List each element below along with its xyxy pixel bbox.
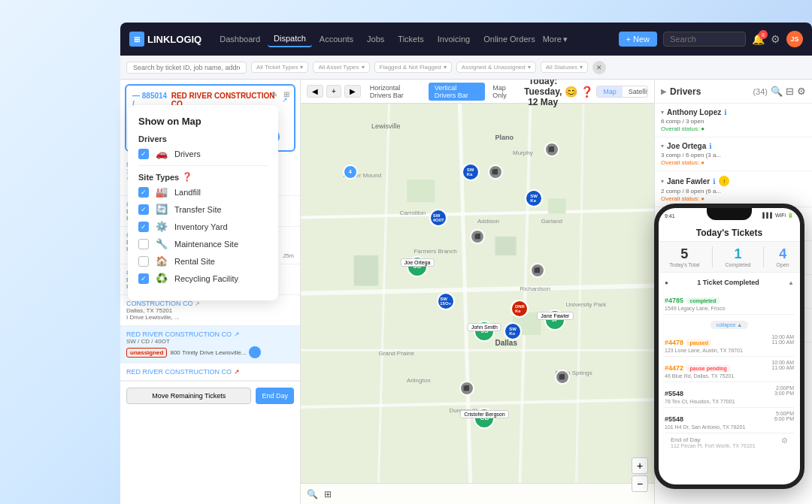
user-avatar[interactable]: JS <box>786 31 803 47</box>
map-pin-sw1[interactable]: SWKa <box>462 163 480 181</box>
phone-ticket-4472[interactable]: #4472 pause pending 46 Blue Rd, Dallas, … <box>665 357 794 382</box>
driver-flag-icon: ! <box>719 176 729 186</box>
som-checkbox-inventory-yard[interactable]: ✓ <box>138 222 149 232</box>
som-checkbox-recycling-facility[interactable]: ✓ <box>138 273 149 284</box>
map-pin-sw3[interactable]: SWKe <box>525 189 543 207</box>
nav-logo: ⊞ LINKLOGIQ <box>129 32 201 47</box>
map-pin-cluster5[interactable]: ⬛ <box>530 263 545 278</box>
som-checkbox-landfill[interactable]: ✓ <box>138 187 149 198</box>
driver-info-icon[interactable]: ℹ <box>724 108 727 116</box>
som-item-recycling-facility[interactable]: ✓ ♻️ Recycling Facility <box>138 273 268 284</box>
som-checkbox-transfer-site[interactable]: ✓ <box>138 204 149 215</box>
som-item-transfer-site[interactable]: ✓ 🔄 Transfer Site <box>138 204 268 215</box>
new-button[interactable]: + New <box>619 32 658 47</box>
nav-invoicing[interactable]: Invoicing <box>432 32 476 47</box>
zoom-out-button[interactable]: − <box>632 475 648 492</box>
nav-search-input[interactable] <box>663 32 746 47</box>
edit-icon[interactable]: ✎ <box>271 90 277 98</box>
phone-stat-total: 5 Today's Total <box>669 246 699 267</box>
move-remaining-button[interactable]: Move Remaining Tickets <box>126 388 251 404</box>
map-type-map[interactable]: Map <box>597 86 623 97</box>
som-label-transfer-site: Transfer Site <box>174 205 222 214</box>
nav-tickets[interactable]: Tickets <box>392 32 429 47</box>
smiley-icon[interactable]: 😊 <box>565 86 577 98</box>
drivers-search-button[interactable]: 🔍 <box>771 86 783 97</box>
phone-ticket-5548b[interactable]: #5548 101 H4 Dr, San Antonio, TX 78201 5… <box>665 408 794 433</box>
filter-statuses[interactable]: All Statuses ▾ <box>541 62 588 73</box>
map-pin-sw4[interactable]: SW15O+ <box>437 292 455 310</box>
collapse-button[interactable]: collapse ▲ <box>710 321 749 329</box>
phone-stat-open: 4 Open <box>777 246 789 267</box>
filter-ticket-types[interactable]: All Ticket Types ▾ <box>251 62 308 73</box>
phone-stat-total-label: Today's Total <box>669 262 699 267</box>
som-icon-recycling-facility: ♻️ <box>155 273 168 284</box>
phone-stats-row: 5 Today's Total 1 Completed 4 Open <box>659 242 800 273</box>
map-pin-cluster6[interactable]: ⬛ <box>459 381 474 396</box>
filter-flagged[interactable]: Flagged & Not Flagged ▾ <box>374 62 452 73</box>
map-pin-cluster3[interactable]: ⬛ <box>470 229 485 244</box>
som-checkbox-rental-site[interactable] <box>138 256 149 267</box>
som-checkbox-maintenance-site[interactable] <box>138 239 149 249</box>
map-pin-cluster4[interactable]: ⬛ <box>488 164 503 180</box>
nav-dispatch[interactable]: Dispatch <box>268 31 312 47</box>
phone-stat-completed-num: 1 <box>726 246 751 262</box>
map-layers-icon[interactable]: ⊞ <box>324 489 332 499</box>
phone-ticket-4785[interactable]: #4785 completed 1549 Legacy Lane, Frisco <box>665 289 794 315</box>
som-label-rental-site: Rental Site <box>174 257 215 266</box>
help-icon[interactable]: ❓ <box>580 86 593 98</box>
settings-button[interactable]: ⚙ <box>771 33 780 45</box>
map-filter-icon[interactable]: 🔍 <box>307 489 318 499</box>
drivers-section-title: Drivers <box>138 134 268 143</box>
nav-jobs[interactable]: Jobs <box>361 32 390 47</box>
ticket-time: 10:00 AM 11:00 AM <box>771 334 794 353</box>
map-pin-sw2[interactable]: SW4O0T <box>429 209 447 227</box>
drivers-filter-button[interactable]: ⊟ <box>786 86 794 97</box>
gear-icon[interactable]: ⚙ <box>781 436 788 445</box>
driver-name: Joe Ortega <box>667 142 706 150</box>
map-nav-right[interactable]: ▶ <box>344 85 361 98</box>
som-item-maintenance-site[interactable]: 🔧 Maintenance Site <box>138 238 268 249</box>
ticket-item-selected[interactable]: RED RIVER CONSTRUCTION CO ↗ SW / CD / 40… <box>120 326 300 364</box>
drivers-settings-button[interactable]: ⚙ <box>797 86 806 97</box>
som-item-drivers[interactable]: ✓ 🚗 Drivers <box>138 148 268 159</box>
nav-items: Dashboard Dispatch Accounts Jobs Tickets… <box>214 31 612 47</box>
nav-accounts[interactable]: Accounts <box>314 32 359 47</box>
nav-dashboard[interactable]: Dashboard <box>214 32 266 47</box>
map-view-horizontal[interactable]: Horizontal Drivers Bar <box>364 83 427 101</box>
map-pin-cluster2[interactable]: ⬛ <box>544 142 559 157</box>
filter-search-input[interactable] <box>126 62 247 74</box>
phone-section-header[interactable]: ● 1 Ticket Completed ▲ <box>665 276 794 289</box>
phone-ticket-4478[interactable]: #4478 paused 123 Lone Lane, Austin, TX 7… <box>665 331 794 357</box>
map-view-vertical[interactable]: Vertical Drivers Bar <box>429 83 485 101</box>
notification-button[interactable]: 🔔 8 <box>752 33 765 45</box>
driver-info-icon[interactable]: ℹ <box>713 177 716 186</box>
filter-assigned[interactable]: Assigned & Unassigned ▾ <box>456 62 536 73</box>
map-nav-left[interactable]: ◀ <box>307 85 323 98</box>
map-pin-sw5[interactable]: SWKo <box>504 322 522 340</box>
phone-ticket-5548a[interactable]: #5548 78 Tex Ct, Houston, TX 77001 2:00P… <box>665 382 794 408</box>
filter-asset-types[interactable]: All Asset Types ▾ <box>313 62 369 73</box>
driver-stats: 3 comp / 6 open (3 a... <box>661 152 806 158</box>
map-type-satellite[interactable]: Satellite <box>623 86 648 97</box>
zoom-in-button[interactable]: + <box>632 457 648 474</box>
map-nav-plus[interactable]: + <box>326 85 341 98</box>
notification-badge: 8 <box>759 30 768 39</box>
map-pin-cluster7[interactable]: ⬛ <box>555 370 570 385</box>
ticket-item[interactable]: RED RIVER CONSTRUCTION CO ↗ <box>120 364 300 381</box>
driver-info-icon[interactable]: ℹ <box>709 142 712 150</box>
map-pin-cluster1[interactable]: 4 <box>343 164 358 180</box>
filter-clear-button[interactable]: ✕ <box>592 61 606 74</box>
ticket-time: 2:00PM 3:00 PM <box>774 385 794 404</box>
map-view-map-only[interactable]: Map Only <box>486 83 521 101</box>
som-item-inventory-yard[interactable]: ✓ ⚙️ Inventory Yard <box>138 221 268 232</box>
som-item-rental-site[interactable]: 🏠 Rental Site <box>138 255 268 267</box>
som-icon-drivers: 🚗 <box>155 148 168 159</box>
map-pin-dnr1[interactable]: DNRKe <box>511 300 529 318</box>
som-checkbox-drivers[interactable]: ✓ <box>138 149 149 159</box>
expand-icon[interactable]: ⊞ <box>283 90 289 98</box>
end-day-button[interactable]: End Day <box>256 388 294 404</box>
som-item-landfill[interactable]: ✓ 🏭 Landfill <box>138 186 268 198</box>
site-types-help-icon[interactable]: ❓ <box>182 172 192 182</box>
nav-more[interactable]: More ▾ <box>543 35 568 44</box>
nav-online-orders[interactable]: Online Orders <box>477 32 541 47</box>
